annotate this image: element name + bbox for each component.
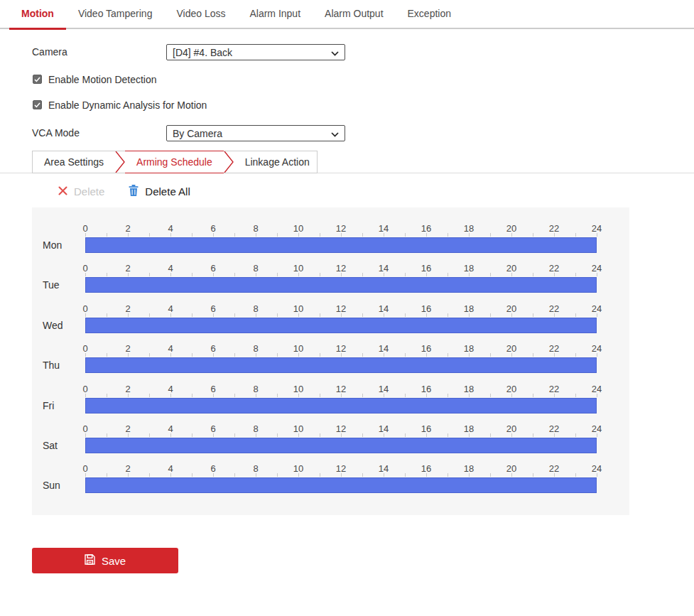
tick-mark: [107, 433, 107, 437]
tick-mark: [554, 273, 555, 276]
tick-mark: [405, 313, 406, 317]
tick-mark: [448, 233, 448, 237]
hour-label: 24: [592, 463, 602, 474]
tick-mark: [170, 433, 171, 437]
hour-label: 20: [506, 384, 516, 394]
camera-select[interactable]: [D4] #4. Back: [166, 44, 345, 60]
schedule-bar[interactable]: [85, 237, 597, 253]
hour-label: 14: [379, 384, 389, 394]
hour-label: 6: [210, 423, 215, 434]
hour-label: 0: [82, 423, 87, 434]
tick-mark: [384, 394, 384, 397]
tab-motion[interactable]: Motion: [9, 0, 66, 28]
vca-mode-label: VCA Mode: [32, 125, 80, 141]
schedule-bar[interactable]: [85, 318, 597, 333]
hour-label: 4: [168, 303, 173, 314]
schedule-bar[interactable]: [85, 438, 597, 453]
hour-label: 2: [125, 423, 130, 434]
hour-label: 10: [293, 423, 303, 434]
tick-mark: [384, 233, 384, 237]
save-button[interactable]: Save: [32, 548, 178, 573]
tick-mark: [341, 233, 342, 237]
delete-button[interactable]: Delete: [58, 185, 104, 198]
hour-label: 12: [336, 303, 346, 314]
hour-label: 18: [464, 223, 474, 234]
tick-mark: [192, 353, 193, 357]
tick-mark: [533, 394, 533, 397]
tick-mark: [469, 273, 470, 276]
tick-mark: [341, 273, 342, 276]
tick-mark: [192, 233, 193, 237]
hour-label: 14: [379, 423, 389, 434]
tick-mark: [597, 433, 597, 437]
tick-mark: [384, 353, 384, 357]
tick-mark: [426, 353, 427, 357]
day-label: Thu: [43, 360, 60, 371]
hour-label: 4: [168, 423, 173, 434]
tick-mark: [85, 433, 86, 437]
schedule-bar[interactable]: [85, 277, 597, 293]
tick-mark: [213, 394, 214, 397]
tick-mark: [426, 273, 427, 276]
tick-mark: [490, 473, 491, 477]
tick-mark: [298, 233, 299, 237]
tick-mark: [107, 273, 107, 276]
tab-alarm-input[interactable]: Alarm Input: [237, 0, 313, 28]
hour-label: 22: [549, 303, 559, 314]
hour-label: 2: [125, 303, 130, 314]
tick-mark: [426, 233, 427, 237]
tick-mark: [597, 473, 597, 477]
schedule-bar[interactable]: [85, 398, 597, 414]
hour-label: 16: [421, 263, 431, 274]
tick-mark: [107, 394, 107, 397]
tick-mark: [469, 394, 470, 397]
hour-label: 20: [506, 463, 516, 474]
tick-mark: [234, 473, 235, 477]
tick-mark: [128, 233, 129, 237]
hour-label: 24: [592, 263, 602, 274]
tick-mark: [511, 394, 512, 397]
tick-mark: [298, 433, 299, 437]
tick-mark: [448, 313, 448, 317]
tick-mark: [85, 394, 86, 397]
hour-label: 8: [253, 463, 258, 474]
tick-mark: [107, 233, 107, 237]
tick-mark: [362, 353, 363, 357]
tick-mark: [384, 433, 384, 437]
tick-mark: [511, 473, 512, 477]
tick-mark: [469, 353, 470, 357]
hour-label: 24: [592, 384, 602, 394]
delete-all-button[interactable]: Delete All: [129, 185, 190, 198]
tick-mark: [533, 313, 533, 317]
tick-mark: [575, 433, 576, 437]
tab-video-tampering[interactable]: Video Tampering: [66, 0, 165, 28]
subtab-arming-schedule[interactable]: Arming Schedule: [125, 151, 224, 173]
tab-alarm-output[interactable]: Alarm Output: [313, 0, 395, 28]
enable-motion-detection-checkbox[interactable]: Enable Motion Detection: [33, 74, 157, 85]
tab-exception[interactable]: Exception: [396, 0, 463, 28]
chevron-down-icon: [331, 128, 339, 139]
schedule-bar[interactable]: [85, 357, 597, 373]
tick-mark: [384, 273, 384, 276]
tab-video-loss[interactable]: Video Loss: [164, 0, 237, 28]
hour-label: 14: [379, 343, 389, 354]
tick-mark: [533, 273, 533, 276]
hour-label: 0: [82, 384, 87, 394]
subtab-linkage-action[interactable]: Linkage Action: [234, 151, 321, 173]
hour-label: 16: [421, 343, 431, 354]
tick-mark: [597, 233, 597, 237]
subtab-area-settings[interactable]: Area Settings: [33, 151, 115, 173]
hour-label: 14: [379, 223, 389, 234]
tick-mark: [256, 473, 256, 477]
schedule-row-mon: Mon024681012141618202224: [32, 223, 629, 263]
hour-label: 18: [464, 343, 474, 354]
vca-mode-select[interactable]: By Camera: [166, 125, 345, 141]
tick-mark: [128, 313, 129, 317]
schedule-bar[interactable]: [85, 477, 597, 493]
tick-mark: [341, 353, 342, 357]
enable-dynamic-analysis-checkbox[interactable]: Enable Dynamic Analysis for Motion: [33, 99, 207, 110]
tick-mark: [575, 394, 576, 397]
tick-mark: [234, 313, 235, 317]
tick-mark: [362, 473, 363, 477]
hour-label: 20: [506, 343, 516, 354]
